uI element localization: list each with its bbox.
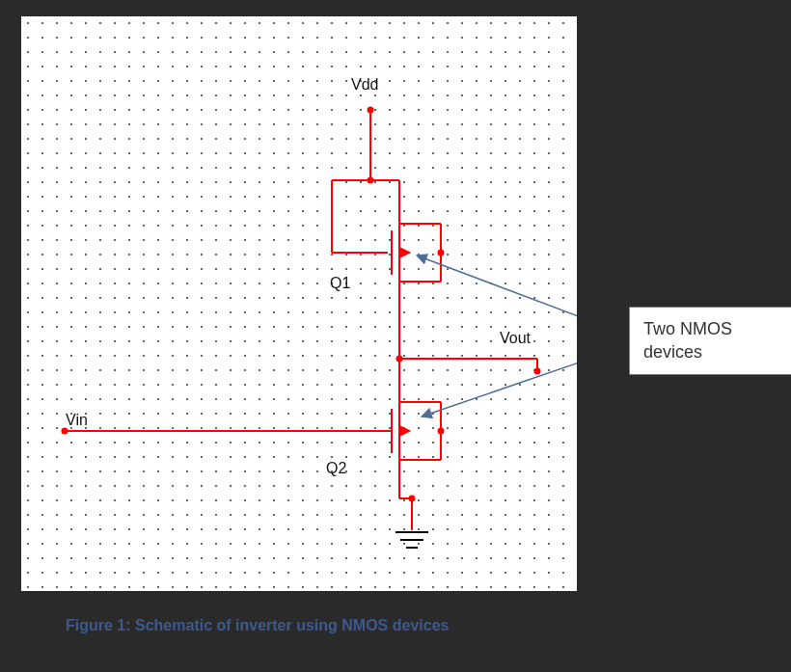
figure-caption: Figure 1: Schematic of inverter using NM… (66, 617, 449, 634)
svg-point-33 (438, 250, 445, 256)
label-vin: Vin (66, 412, 88, 429)
annotation-callout: Two NMOS devices (629, 307, 791, 375)
schematic-canvas: Vdd Vout Vin Q1 Q2 (21, 16, 577, 591)
label-vout: Vout (500, 330, 531, 347)
svg-point-35 (409, 496, 416, 502)
svg-point-30 (396, 356, 403, 363)
label-q1: Q1 (330, 275, 350, 292)
schematic-svg (21, 16, 577, 591)
label-vdd: Vdd (351, 76, 378, 94)
stage: Vdd Vout Vin Q1 Q2 Two NMOS devices Figu… (0, 0, 791, 672)
svg-point-29 (368, 177, 374, 184)
label-q2: Q2 (326, 460, 346, 477)
svg-point-34 (438, 428, 445, 435)
svg-rect-1 (21, 16, 577, 591)
svg-point-31 (534, 368, 541, 375)
svg-point-28 (368, 107, 374, 114)
annotation-text: Two NMOS devices (643, 319, 732, 362)
